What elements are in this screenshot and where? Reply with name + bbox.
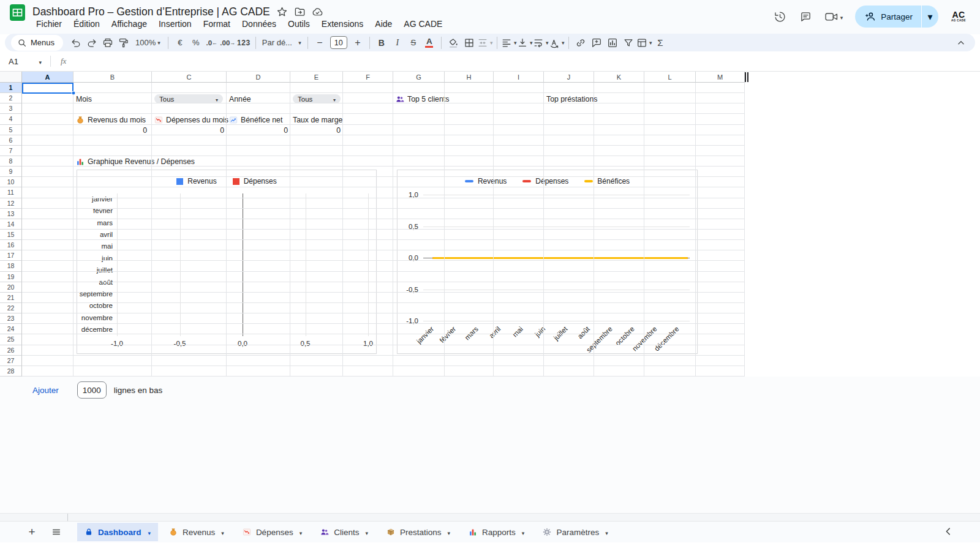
format-currency-button[interactable]: € <box>172 35 188 51</box>
row-header-10[interactable]: 10 <box>0 177 22 187</box>
add-rows-button[interactable]: Ajouter <box>32 386 59 395</box>
menu-outils[interactable]: Outils <box>283 18 315 30</box>
comments-icon[interactable] <box>799 9 813 24</box>
create-filter-button[interactable] <box>620 35 636 51</box>
sheet-tab-paramètres[interactable]: Paramètres <box>535 523 615 541</box>
search-menus-button[interactable]: Menus <box>11 35 63 51</box>
column-resize-indicator[interactable] <box>745 72 749 82</box>
more-formats-button[interactable]: 123 <box>236 35 252 51</box>
text-color-button[interactable]: A <box>421 35 437 51</box>
sheet-tab-caret-icon[interactable] <box>446 528 451 537</box>
share-button[interactable]: Partager <box>855 6 921 28</box>
row-header-19[interactable]: 19 <box>0 272 22 282</box>
formula-input[interactable] <box>72 51 980 71</box>
menu-extensions[interactable]: Extensions <box>317 18 368 30</box>
row-header-24[interactable]: 24 <box>0 324 22 334</box>
version-history-icon[interactable] <box>773 9 788 24</box>
star-icon[interactable] <box>276 6 288 18</box>
menu-affichage[interactable]: Affichage <box>107 18 152 30</box>
row-header-13[interactable]: 13 <box>0 209 22 219</box>
undo-button[interactable] <box>68 35 84 51</box>
column-header-F[interactable]: F <box>343 72 393 83</box>
row-header-11[interactable]: 11 <box>0 187 22 198</box>
zoom-select[interactable]: 100% <box>132 38 164 47</box>
column-header-B[interactable]: B <box>74 72 152 83</box>
row-header-18[interactable]: 18 <box>0 261 22 271</box>
grid-body[interactable]: Mois Tous Année Tous Top 5 clients Top p… <box>22 83 745 377</box>
collapse-toolbar-button[interactable] <box>953 35 969 51</box>
add-rows-count-input[interactable] <box>77 381 107 399</box>
meet-caret-icon[interactable] <box>839 11 843 22</box>
fill-handle[interactable] <box>72 91 76 96</box>
functions-button[interactable]: Σ <box>652 35 668 51</box>
column-header-J[interactable]: J <box>544 72 594 83</box>
meet-icon[interactable] <box>824 11 843 22</box>
font-select[interactable]: Par dé... <box>260 38 304 47</box>
insert-chart-button[interactable] <box>605 35 620 51</box>
scroll-tabs-left-icon[interactable] <box>943 527 954 538</box>
bold-button[interactable]: B <box>374 35 390 51</box>
menu--dition[interactable]: Édition <box>69 18 105 30</box>
row-header-27[interactable]: 27 <box>0 356 22 366</box>
row-header-20[interactable]: 20 <box>0 282 22 293</box>
share-dropdown-button[interactable]: ▾ <box>921 6 938 28</box>
italic-button[interactable]: I <box>390 35 405 51</box>
sheet-tab-prestations[interactable]: Prestations <box>379 523 458 541</box>
menu-insertion[interactable]: Insertion <box>154 18 197 30</box>
borders-button[interactable] <box>461 35 477 51</box>
sheet-tab-rapports[interactable]: Rapports <box>461 523 532 541</box>
sheet-tab-clients[interactable]: Clients <box>313 523 375 541</box>
add-sheet-button[interactable]: + <box>24 525 39 539</box>
horizontal-align-button[interactable] <box>501 35 517 51</box>
menu-fichier[interactable]: Fichier <box>31 18 67 30</box>
vertical-align-button[interactable] <box>517 35 533 51</box>
row-header-21[interactable]: 21 <box>0 293 22 303</box>
horizontal-scrollbar[interactable] <box>0 513 980 522</box>
column-header-M[interactable]: M <box>696 72 745 83</box>
fill-color-button[interactable] <box>445 35 461 51</box>
increase-decimals-button[interactable]: .00→ <box>220 35 236 51</box>
row-header-23[interactable]: 23 <box>0 313 22 324</box>
column-header-K[interactable]: K <box>594 72 644 83</box>
row-header-1[interactable]: 1 <box>0 83 22 93</box>
sheet-tab-revenus[interactable]: Revenus <box>162 523 232 541</box>
sheet-tab-dashboard[interactable]: Dashboard <box>77 523 158 541</box>
column-header-H[interactable]: H <box>445 72 494 83</box>
sheet-tab-caret-icon[interactable] <box>520 528 525 537</box>
menu-donn-es[interactable]: Données <box>237 18 281 30</box>
row-header-7[interactable]: 7 <box>0 146 22 156</box>
increase-font-size-button[interactable]: + <box>350 35 366 51</box>
merge-cells-button[interactable] <box>477 35 493 51</box>
decrease-decimals-button[interactable]: .0← <box>204 35 220 51</box>
column-header-A[interactable]: A <box>22 72 74 83</box>
column-header-C[interactable]: C <box>152 72 227 83</box>
select-all-corner[interactable] <box>0 72 22 83</box>
text-wrap-button[interactable] <box>533 35 549 51</box>
mois-dropdown[interactable]: Tous <box>154 94 223 103</box>
sheet-tab-caret-icon[interactable] <box>363 528 368 537</box>
account-avatar[interactable]: AC AG CADE <box>946 10 971 23</box>
row-header-22[interactable]: 22 <box>0 303 22 313</box>
document-title[interactable]: Dashboard Pro – Gestion d’Entreprise | A… <box>32 6 270 18</box>
decrease-font-size-button[interactable]: − <box>312 35 328 51</box>
sheet-tab-caret-icon[interactable] <box>146 528 151 537</box>
redo-button[interactable] <box>84 35 100 51</box>
paint-format-button[interactable] <box>116 35 132 51</box>
sheet-tab-caret-icon[interactable] <box>298 528 303 537</box>
row-header-17[interactable]: 17 <box>0 250 22 261</box>
sheet-tab-caret-icon[interactable] <box>603 528 608 537</box>
row-header-12[interactable]: 12 <box>0 198 22 209</box>
sheets-logo-icon[interactable] <box>9 4 26 21</box>
move-folder-icon[interactable] <box>294 6 306 18</box>
print-button[interactable] <box>100 35 116 51</box>
annee-dropdown[interactable]: Tous <box>293 94 341 103</box>
row-header-16[interactable]: 16 <box>0 240 22 250</box>
row-header-26[interactable]: 26 <box>0 345 22 356</box>
font-size-input[interactable]: 10 <box>330 36 347 49</box>
row-header-28[interactable]: 28 <box>0 366 22 377</box>
column-header-D[interactable]: D <box>227 72 290 83</box>
row-header-25[interactable]: 25 <box>0 334 22 345</box>
row-header-15[interactable]: 15 <box>0 230 22 240</box>
row-header-4[interactable]: 4 <box>0 114 22 124</box>
table-views-button[interactable] <box>636 35 652 51</box>
